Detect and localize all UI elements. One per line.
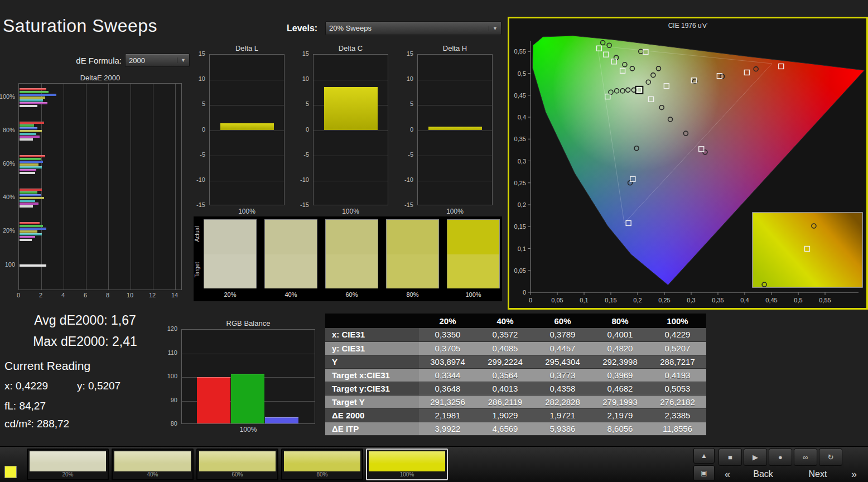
y-tick-label: 0 xyxy=(523,289,526,296)
play-button[interactable]: ▶ xyxy=(744,449,767,466)
x-tick-label: 0,3 xyxy=(687,297,695,303)
patch-swatch-40 xyxy=(264,219,317,288)
gridline xyxy=(418,105,492,105)
row-label: Target Y xyxy=(325,395,419,408)
deltae-y-labels: 100%80%60%40%20%100 xyxy=(0,83,17,290)
x-tick-label: 8 xyxy=(102,292,113,298)
record-button[interactable]: ● xyxy=(769,449,792,466)
de-formula-select[interactable]: 2000 ▼ xyxy=(125,54,190,67)
delta-c-plot xyxy=(313,54,388,205)
gridline xyxy=(210,131,284,131)
next-arrow-button[interactable]: » xyxy=(845,467,864,481)
table-cell: 0,4193 xyxy=(649,368,706,382)
deltae-chart-title: DeltaE 2000 xyxy=(18,74,182,82)
y-tick-label: 15 xyxy=(407,50,413,57)
y-tick-label: 0 xyxy=(306,126,309,133)
table-cell: 0,4457 xyxy=(534,341,591,355)
de-bar xyxy=(20,169,36,171)
gridline xyxy=(175,84,176,290)
back-button[interactable]: Back xyxy=(737,467,789,481)
table-cell: 1,9029 xyxy=(476,408,534,422)
next-button[interactable]: Next xyxy=(792,467,843,481)
gridline xyxy=(210,80,284,80)
actual-swatch xyxy=(447,220,499,254)
table-cell: 2,1979 xyxy=(591,408,649,422)
y-tick-label: 0 xyxy=(202,126,205,133)
de-bar xyxy=(20,124,34,127)
refresh-icon: ↻ xyxy=(828,453,834,461)
table-cell: 0,4001 xyxy=(591,328,649,341)
current-x: x: 0,4229 xyxy=(4,380,48,392)
sample-button-60[interactable]: 60% xyxy=(196,449,278,480)
patch-swatch-60 xyxy=(325,219,378,288)
x-tick-label: 10 xyxy=(124,292,136,298)
row-label: Target y:CIE31 xyxy=(325,382,419,395)
levels-select[interactable]: 20% Sweeps ▼ xyxy=(325,21,501,35)
sample-label: 100% xyxy=(367,471,447,478)
table-cell: 8,6056 xyxy=(591,422,649,435)
table-cell: 0,3969 xyxy=(591,368,649,382)
table-cell: 279,1993 xyxy=(591,395,649,408)
stop-button[interactable]: ■ xyxy=(718,449,742,466)
refresh-button[interactable]: ↻ xyxy=(819,449,842,466)
delta-h-y-labels: 151050-5-10-15 xyxy=(399,54,416,205)
y-tick-label: -5 xyxy=(200,151,205,158)
table-cell: 2,3385 xyxy=(649,408,706,422)
de-bar xyxy=(20,138,33,141)
gridline xyxy=(182,354,315,354)
current-reading-title: Current Reading xyxy=(4,359,90,373)
table-cell: 0,4013 xyxy=(476,382,534,395)
table-cell: 0,4358 xyxy=(534,382,591,395)
de-bar xyxy=(20,102,47,104)
table-cell: 0,3773 xyxy=(534,368,591,382)
target-row-label: Target xyxy=(194,260,200,280)
gridline xyxy=(210,105,284,105)
sample-button-100[interactable]: 100% xyxy=(366,449,448,480)
sample-button-40[interactable]: 40% xyxy=(112,449,194,480)
current-y: y: 0,5207 xyxy=(77,380,120,392)
gridline xyxy=(314,156,388,156)
table-row: ΔE ITP3,99224,65695,93868,605611,8556 xyxy=(325,422,706,435)
y-tick-label: -10 xyxy=(300,176,309,183)
table-row: ΔE 20002,19811,90291,97212,19792,3385 xyxy=(325,408,706,422)
x-tick-label: 0,05 xyxy=(551,297,563,303)
y-tick-label: 5 xyxy=(202,100,205,107)
x-tick-label: 0,55 xyxy=(819,297,831,303)
gridline xyxy=(418,156,492,156)
sample-button-80[interactable]: 80% xyxy=(281,449,363,480)
table-cell: 276,2182 xyxy=(649,395,706,408)
x-tick-label: 0,2 xyxy=(633,297,642,303)
rgb-x-label: 100% xyxy=(181,426,315,433)
de-bar xyxy=(20,94,56,96)
de-bar xyxy=(20,97,45,99)
de-bar xyxy=(20,91,49,93)
x-tick-label: 0,25 xyxy=(658,297,670,303)
actual-swatch xyxy=(265,220,317,254)
gridline xyxy=(314,131,388,131)
table-cell: 0,5207 xyxy=(649,341,706,355)
panel-up-button[interactable]: ▲ xyxy=(693,448,715,464)
de-bar xyxy=(20,205,33,208)
y-tick-label: -15 xyxy=(404,201,413,208)
y-tick-label: 0,15 xyxy=(514,223,526,230)
y-tick-label: 15 xyxy=(302,50,309,57)
max-de2000: Max dE2000: 2,41 xyxy=(0,334,170,349)
back-arrow-button[interactable]: « xyxy=(718,467,736,481)
sample-label: 20% xyxy=(28,471,108,478)
sample-button-20[interactable]: 20% xyxy=(27,449,109,480)
delta-bar xyxy=(428,127,482,130)
table-row: y: CIE310,37050,40850,44570,48200,5207 xyxy=(325,341,706,355)
table-cell: 0,3344 xyxy=(419,368,476,382)
y-tick-label: -10 xyxy=(196,176,205,183)
table-cell: 282,2828 xyxy=(534,395,591,408)
y-tick-label: -15 xyxy=(300,201,309,208)
x-tick-label: 0,1 xyxy=(580,297,588,303)
table-header-row: 20%40%60%80%100% xyxy=(325,314,706,328)
display-mode-button[interactable]: ▣ xyxy=(693,465,715,481)
de-bar xyxy=(20,239,32,241)
y-category-label: 60% xyxy=(3,160,15,167)
de-bar xyxy=(20,200,35,202)
de-bar xyxy=(20,228,46,230)
loop-button[interactable]: ∞ xyxy=(794,449,817,466)
gridline xyxy=(86,84,86,290)
